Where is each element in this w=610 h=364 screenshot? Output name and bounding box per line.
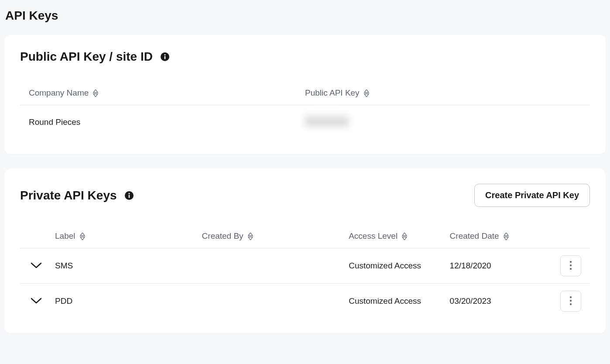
blurred-api-key bbox=[305, 116, 349, 127]
svg-point-9 bbox=[570, 296, 572, 298]
column-header-company-name[interactable]: Company Name bbox=[29, 88, 305, 98]
svg-point-6 bbox=[570, 261, 572, 262]
private-api-keys-card: Private API Keys Create Private API Key … bbox=[4, 169, 606, 333]
more-vertical-icon bbox=[569, 296, 572, 307]
public-api-key-table: Company Name Public API Key Round Pieces bbox=[20, 85, 590, 139]
info-icon[interactable] bbox=[160, 52, 170, 62]
column-header-text: Created Date bbox=[450, 231, 499, 241]
sort-icon bbox=[80, 233, 85, 240]
column-header-label: Company Name bbox=[29, 88, 89, 98]
column-header-created-date[interactable]: Created Date bbox=[450, 231, 551, 241]
private-api-keys-table: Label Created By Access Level bbox=[20, 228, 590, 319]
svg-rect-2 bbox=[164, 56, 166, 59]
created-date-cell: 12/18/2020 bbox=[450, 261, 551, 271]
column-header-created-by[interactable]: Created By bbox=[202, 231, 349, 241]
column-header-text: Label bbox=[55, 231, 75, 241]
private-section-title: Private API Keys bbox=[20, 189, 117, 203]
row-actions-button[interactable] bbox=[560, 291, 581, 312]
svg-point-10 bbox=[570, 299, 572, 301]
column-header-label: Public API Key bbox=[305, 88, 360, 98]
expand-row-button[interactable] bbox=[29, 260, 44, 272]
svg-point-1 bbox=[164, 54, 165, 55]
expand-row-button[interactable] bbox=[29, 295, 44, 307]
svg-point-8 bbox=[570, 268, 572, 269]
access-level-cell: Customized Access bbox=[349, 296, 449, 306]
sort-icon bbox=[93, 89, 98, 97]
created-date-cell: 03/20/2023 bbox=[450, 296, 551, 306]
row-actions-button[interactable] bbox=[560, 255, 581, 276]
company-name-cell: Round Pieces bbox=[29, 117, 305, 127]
public-section-title: Public API Key / site ID bbox=[20, 50, 153, 64]
column-header-access-level[interactable]: Access Level bbox=[349, 231, 449, 241]
access-level-cell: Customized Access bbox=[349, 261, 449, 271]
column-header-text: Access Level bbox=[349, 231, 398, 241]
svg-point-4 bbox=[128, 193, 130, 194]
table-row: SMS Customized Access 12/18/2020 bbox=[20, 248, 590, 284]
column-header-text: Created By bbox=[202, 231, 243, 241]
create-private-api-key-button[interactable]: Create Private API Key bbox=[474, 184, 590, 207]
more-vertical-icon bbox=[569, 261, 572, 271]
public-api-key-cell bbox=[305, 116, 581, 129]
svg-point-11 bbox=[570, 303, 572, 305]
svg-rect-5 bbox=[128, 195, 130, 198]
sort-icon bbox=[364, 89, 369, 97]
column-header-public-api-key[interactable]: Public API Key bbox=[305, 88, 581, 98]
page-title: API Keys bbox=[4, 9, 606, 23]
info-icon[interactable] bbox=[124, 190, 134, 201]
table-row: PDD Customized Access 03/20/2023 bbox=[20, 284, 590, 319]
chevron-down-icon bbox=[31, 297, 42, 306]
chevron-down-icon bbox=[31, 262, 42, 270]
sort-icon bbox=[504, 233, 509, 240]
label-cell: PDD bbox=[55, 296, 202, 306]
svg-point-7 bbox=[570, 264, 572, 266]
column-header-label[interactable]: Label bbox=[55, 231, 202, 241]
public-api-key-card: Public API Key / site ID Company Name Pu… bbox=[4, 35, 606, 154]
label-cell: SMS bbox=[55, 261, 202, 271]
table-row: Round Pieces bbox=[20, 105, 590, 139]
sort-icon bbox=[248, 233, 253, 240]
sort-icon bbox=[402, 233, 407, 240]
